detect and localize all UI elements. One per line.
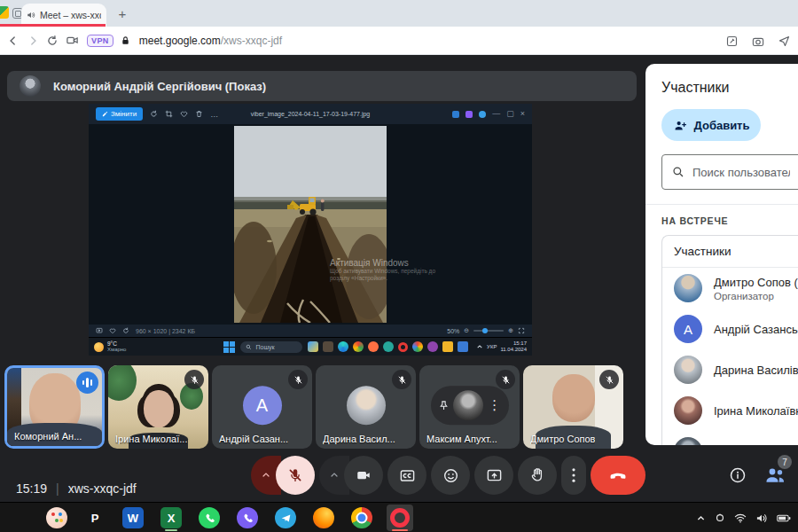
tab-audio-icon <box>27 11 35 20</box>
taskbar-paint-icon[interactable] <box>43 505 70 531</box>
app-shortcut-icon[interactable] <box>479 111 486 118</box>
more-icon[interactable]: … <box>210 110 218 119</box>
snapshot-icon[interactable] <box>725 35 739 48</box>
camera-button[interactable] <box>344 456 383 495</box>
shared-taskbar-apps[interactable] <box>308 341 468 352</box>
reload-button[interactable] <box>43 31 62 51</box>
taskbar-powerpoint-icon[interactable]: P <box>82 505 108 531</box>
taskbar-viber-icon[interactable] <box>234 505 261 531</box>
tile-hover-controls: ⋮ <box>431 386 509 425</box>
weather-widget[interactable]: 9°C Хмарно <box>94 340 126 353</box>
minimize-icon[interactable]: — <box>492 110 500 118</box>
tab-title: Meet – xws-xxqc-j <box>40 10 101 20</box>
tile-name-label: Андрій Сазан... <box>219 434 288 444</box>
volume-icon[interactable] <box>755 512 768 524</box>
maximize-icon[interactable]: ▢ <box>506 110 514 118</box>
weather-icon <box>94 342 104 352</box>
search-icon <box>672 166 685 178</box>
taskbar-firefox-icon[interactable] <box>310 505 337 531</box>
pin-icon[interactable] <box>438 400 450 411</box>
more-options-button[interactable] <box>561 456 586 495</box>
back-button[interactable] <box>4 31 23 51</box>
taskbar-whatsapp-icon[interactable] <box>196 505 223 531</box>
clock-time: 15:19 <box>16 481 47 496</box>
zoom-level[interactable]: 50% <box>447 328 459 334</box>
mic-mute-button[interactable] <box>276 456 315 495</box>
zoom-out-icon[interactable]: ⊖ <box>464 327 469 334</box>
browser-tab-strip: Meet – xws-xxqc-j + <box>0 0 798 27</box>
present-button[interactable] <box>474 456 513 495</box>
battery-icon[interactable] <box>777 513 791 523</box>
browser-toolbar: VPN meet.google.com/xws-xxqc-jdf <box>0 27 798 55</box>
camera-icon[interactable] <box>751 35 765 48</box>
mic-muted-icon <box>288 370 308 389</box>
taskbar-excel-icon[interactable]: X <box>158 505 184 531</box>
heart-icon[interactable] <box>109 327 116 334</box>
emoji-button[interactable] <box>431 456 470 495</box>
video-tile-daryna[interactable]: Дарина Васил... <box>316 365 416 449</box>
mic-muted-icon <box>599 370 619 389</box>
avatar <box>674 396 702 425</box>
taskbar-chrome-icon[interactable] <box>348 505 375 531</box>
rotate-icon[interactable] <box>150 110 158 118</box>
smiley-icon <box>442 467 459 484</box>
close-icon[interactable]: × <box>520 110 525 118</box>
person-add-icon <box>673 119 688 132</box>
app-shortcut-icon[interactable] <box>452 111 459 118</box>
taskbar-media-player-icon[interactable] <box>5 505 32 531</box>
camera-on-icon <box>356 467 372 483</box>
taskbar-telegram-icon[interactable] <box>272 505 299 531</box>
tray-app-icon[interactable] <box>715 512 725 523</box>
shared-search-box[interactable]: Пошук <box>240 341 302 353</box>
participant-name: Коморний Андрій Серг <box>714 445 798 446</box>
send-to-flow-icon[interactable] <box>778 35 791 48</box>
taskbar-opera-icon[interactable] <box>387 505 413 531</box>
participant-row[interactable]: Коморний Андрій Серг <box>662 431 798 445</box>
address-bar[interactable]: meet.google.com/xws-xxqc-jdf <box>139 35 282 47</box>
video-tile-sazanskyi[interactable]: A Андрій Сазан... <box>212 365 312 449</box>
tile-name-label: Максим Апухт... <box>426 434 497 444</box>
participants-group-header[interactable]: Участники <box>662 236 798 268</box>
wifi-icon[interactable] <box>734 512 747 523</box>
tab-capture-icon[interactable] <box>62 31 82 51</box>
video-tile-sopov[interactable]: Дмитро Сопов <box>523 365 623 449</box>
tile-more-options-icon[interactable]: ⋮ <box>488 397 501 413</box>
new-tab-button[interactable]: + <box>114 5 130 21</box>
photos-edit-button[interactable]: Змінити <box>96 107 143 121</box>
taskbar-word-icon[interactable]: W <box>120 505 146 531</box>
zoom-slider[interactable] <box>473 330 504 332</box>
people-panel-button[interactable]: 7 <box>764 466 786 484</box>
raise-hand-button[interactable] <box>518 456 557 495</box>
participant-row[interactable]: Ірина Миколаївна Бузін <box>662 390 798 431</box>
participant-search[interactable] <box>661 154 798 190</box>
delete-icon[interactable] <box>195 110 203 118</box>
crop-icon[interactable] <box>165 110 173 118</box>
zoom-in-icon[interactable]: ⊕ <box>508 327 513 334</box>
presenter-name: Коморний Андрій Сергійович (Показ) <box>53 80 266 93</box>
slideshow-icon[interactable] <box>96 327 103 334</box>
vpn-badge[interactable]: VPN <box>87 35 113 47</box>
refresh-icon[interactable] <box>122 327 129 334</box>
favorite-icon[interactable] <box>180 110 188 118</box>
video-tile-maksym[interactable]: ⋮ Максим Апухт... <box>419 365 520 449</box>
participant-row[interactable]: А Андрій Сазанський <box>662 309 798 349</box>
lock-icon[interactable] <box>121 35 130 46</box>
hidden-icons-chevron[interactable] <box>696 513 706 523</box>
photos-status-bar: 960 × 1020 | 2342 КБ 50% ⊖ ⊕ <box>89 325 532 337</box>
search-input[interactable] <box>692 166 790 179</box>
video-tile-iryna[interactable]: Ірина Миколаї... <box>108 365 208 449</box>
fullscreen-icon[interactable] <box>518 327 525 334</box>
participant-row[interactable]: Дмитро Сопов (вы) Организатор <box>662 268 798 309</box>
shared-system-tray[interactable]: УКР 15:17 11.04.2024 <box>476 340 527 353</box>
meeting-code: xws-xxqc-jdf <box>68 481 137 496</box>
captions-button[interactable] <box>387 456 426 495</box>
app-shortcut-icon[interactable] <box>466 111 473 118</box>
tile-name-label: Дмитро Сопов <box>530 434 595 444</box>
video-tile-komornyi[interactable]: Коморний Ан... <box>4 365 105 449</box>
participant-row[interactable]: Дарина Василівна <box>662 349 798 390</box>
forward-button[interactable] <box>23 31 43 51</box>
end-call-button[interactable] <box>591 456 645 495</box>
start-button[interactable] <box>223 341 235 353</box>
add-participant-button[interactable]: Добавить <box>661 109 761 141</box>
meeting-details-button[interactable] <box>729 466 747 484</box>
